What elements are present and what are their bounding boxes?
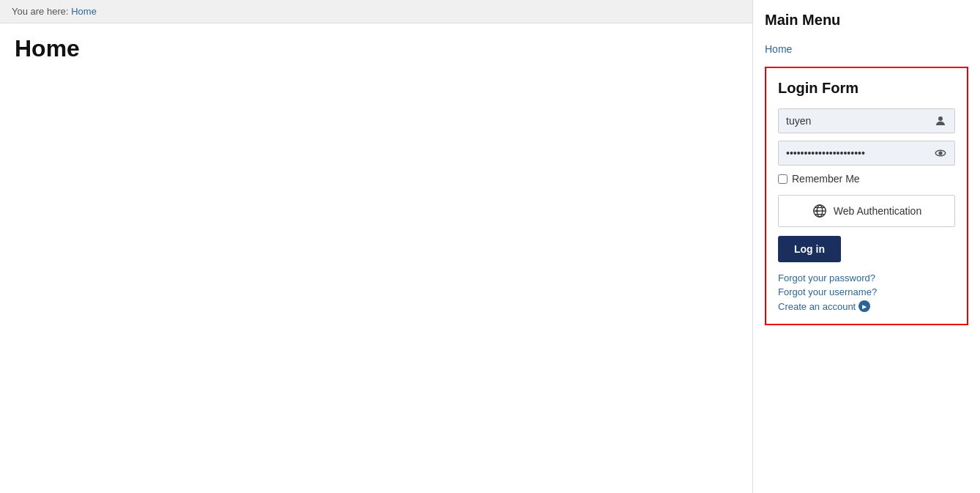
login-button[interactable]: Log in <box>778 236 841 262</box>
login-form-title: Login Form <box>778 80 955 97</box>
web-authentication-label: Web Authentication <box>834 205 921 217</box>
password-input-group <box>778 141 955 166</box>
web-authentication-button[interactable]: Web Authentication <box>778 195 955 227</box>
remember-me-checkbox[interactable] <box>778 174 788 184</box>
nav-item-home[interactable]: Home <box>765 43 792 55</box>
username-input[interactable] <box>779 109 927 133</box>
user-icon <box>927 114 954 127</box>
svg-point-2 <box>939 152 942 155</box>
remember-me: Remember Me <box>778 173 955 185</box>
login-links: Forgot your password? Forgot your userna… <box>778 273 955 312</box>
svg-point-0 <box>938 116 943 121</box>
arrow-circle-icon: ► <box>859 300 870 312</box>
main-menu-title: Main Menu <box>765 12 968 34</box>
page-title: Home <box>15 35 738 62</box>
breadcrumb-prefix: You are here: <box>12 6 69 17</box>
password-input[interactable] <box>779 141 927 165</box>
breadcrumb: You are here: Home <box>0 0 752 23</box>
svg-point-9 <box>817 210 818 212</box>
create-account-label: Create an account <box>778 301 856 312</box>
forgot-username-link[interactable]: Forgot your username? <box>778 286 955 297</box>
login-form-box: Login Form <box>765 67 968 325</box>
breadcrumb-home-link[interactable]: Home <box>71 6 97 17</box>
forgot-password-link[interactable]: Forgot your password? <box>778 273 955 283</box>
create-account-link[interactable]: Create an account ► <box>778 300 955 312</box>
main-menu-nav: Home <box>765 43 968 55</box>
web-auth-icon <box>812 203 828 219</box>
eye-icon[interactable] <box>927 147 954 160</box>
sidebar: Main Menu Home Login Form <box>753 0 980 493</box>
remember-me-label[interactable]: Remember Me <box>792 173 860 185</box>
username-input-group <box>778 108 955 133</box>
